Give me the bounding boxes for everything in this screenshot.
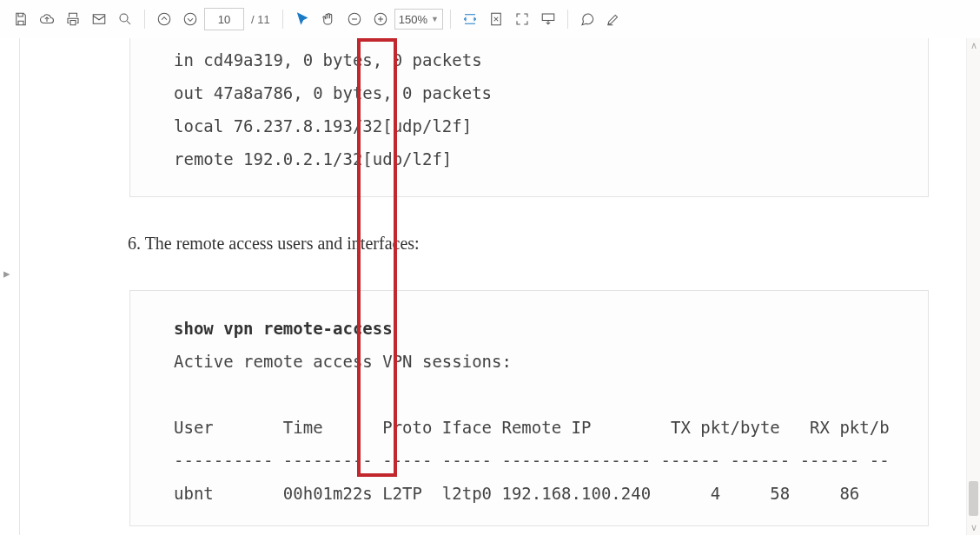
toolbar-separator bbox=[282, 10, 283, 29]
table-row: ubnt 00h01m22s L2TP l2tp0 192.168.100.24… bbox=[130, 477, 928, 510]
mail-icon[interactable] bbox=[87, 7, 111, 31]
zoom-select[interactable]: 150% ▼ bbox=[394, 9, 443, 30]
table-separator-row: ---------- --------- ----- ----- -------… bbox=[130, 444, 928, 477]
sidebar-collapsed[interactable]: ▸ bbox=[0, 38, 20, 535]
code-line: remote 192.0.2.1/32[udp/l2f] bbox=[130, 142, 928, 175]
step-heading: 6. The remote access users and interface… bbox=[128, 234, 980, 254]
reflow-icon[interactable] bbox=[536, 7, 560, 31]
code-block: show vpn remote-access Active remote acc… bbox=[129, 290, 929, 526]
document-viewport[interactable]: in cd49a319, 0 bytes, 0 packets out 47a8… bbox=[20, 38, 980, 535]
pdf-toolbar: / 11 150% ▼ bbox=[0, 0, 980, 39]
cloud-upload-icon[interactable] bbox=[35, 7, 59, 31]
highlight-icon[interactable] bbox=[601, 7, 626, 31]
page-total-label: / 11 bbox=[251, 13, 270, 26]
toolbar-separator bbox=[144, 10, 145, 29]
code-line: local 76.237.8.193/32[udp/l2f] bbox=[130, 109, 928, 142]
svg-rect-7 bbox=[542, 14, 554, 21]
page-up-icon[interactable] bbox=[152, 7, 176, 31]
scrollbar-thumb[interactable] bbox=[969, 481, 978, 516]
toolbar-separator bbox=[567, 10, 568, 29]
code-line: in cd49a319, 0 bytes, 0 packets bbox=[130, 43, 928, 76]
fullscreen-icon[interactable] bbox=[510, 7, 534, 31]
zoom-value: 150% bbox=[399, 13, 427, 26]
command-line: show vpn remote-access bbox=[130, 312, 928, 345]
expand-sidebar-icon[interactable]: ▸ bbox=[3, 266, 10, 281]
svg-point-2 bbox=[158, 13, 170, 25]
search-icon[interactable] bbox=[113, 7, 137, 31]
zoom-out-icon[interactable] bbox=[342, 7, 367, 31]
zoom-in-icon[interactable] bbox=[368, 7, 393, 31]
vertical-scrollbar[interactable]: ∧ ∨ bbox=[966, 38, 980, 535]
fit-width-icon[interactable] bbox=[458, 7, 482, 31]
toolbar-separator bbox=[450, 10, 451, 29]
scroll-down-icon[interactable]: ∨ bbox=[969, 523, 978, 532]
code-line bbox=[130, 378, 928, 411]
svg-rect-0 bbox=[93, 15, 105, 24]
page-down-icon[interactable] bbox=[178, 7, 202, 31]
hand-tool-icon[interactable] bbox=[316, 7, 341, 31]
svg-point-1 bbox=[120, 14, 128, 22]
save-icon[interactable] bbox=[9, 7, 33, 31]
pointer-tool-icon[interactable] bbox=[290, 7, 315, 31]
workspace: ▸ in cd49a319, 0 bytes, 0 packets out 47… bbox=[0, 38, 980, 535]
comment-icon[interactable] bbox=[575, 7, 599, 31]
table-header-row: User Time Proto Iface Remote IP TX pkt/b… bbox=[130, 411, 928, 444]
code-line: out 47a8a786, 0 bytes, 0 packets bbox=[130, 76, 928, 109]
print-icon[interactable] bbox=[61, 7, 85, 31]
code-block: in cd49a319, 0 bytes, 0 packets out 47a8… bbox=[129, 38, 929, 197]
page-number-input[interactable] bbox=[204, 8, 244, 30]
code-line: Active remote access VPN sessions: bbox=[130, 345, 928, 378]
svg-point-3 bbox=[184, 13, 196, 25]
document-page: in cd49a319, 0 bytes, 0 packets out 47a8… bbox=[34, 38, 980, 535]
fit-page-icon[interactable] bbox=[484, 7, 508, 31]
dropdown-caret-icon: ▼ bbox=[431, 15, 439, 23]
scroll-up-icon[interactable]: ∧ bbox=[969, 41, 978, 50]
